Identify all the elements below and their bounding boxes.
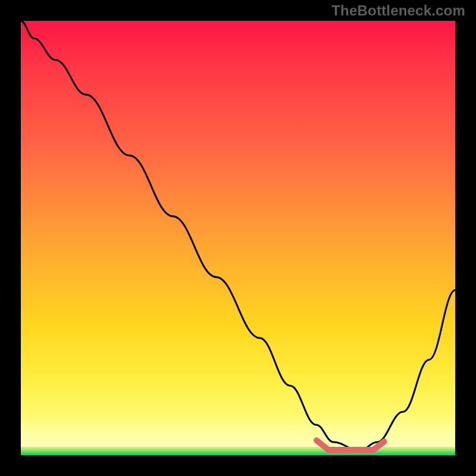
- curve-line: [21, 21, 455, 451]
- plot-area: [21, 21, 455, 455]
- chart-frame: TheBottleneck.com: [0, 0, 476, 476]
- watermark-text: TheBottleneck.com: [331, 2, 465, 19]
- bottleneck-curve: [21, 21, 455, 455]
- optimal-strip: [21, 447, 455, 455]
